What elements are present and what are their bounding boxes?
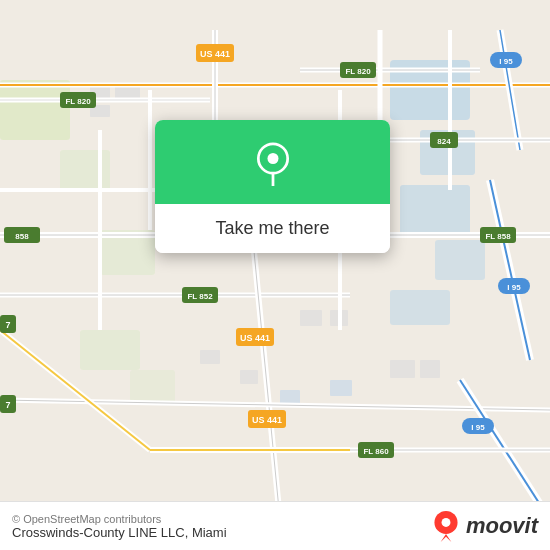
location-pin-icon (251, 142, 295, 186)
svg-point-91 (441, 518, 450, 527)
svg-rect-6 (60, 150, 110, 190)
svg-rect-15 (300, 310, 322, 326)
map-svg: US 441 FL 820 FL 820 I 95 824 FL 858 858… (0, 0, 550, 550)
map-container: US 441 FL 820 FL 820 I 95 824 FL 858 858… (0, 0, 550, 550)
svg-text:824: 824 (437, 137, 451, 146)
svg-rect-20 (280, 390, 300, 404)
svg-point-89 (267, 153, 278, 164)
svg-text:US 441: US 441 (240, 333, 270, 343)
svg-rect-13 (390, 360, 415, 378)
svg-rect-9 (130, 370, 175, 405)
svg-text:858: 858 (15, 232, 29, 241)
moovit-pin-icon (432, 510, 460, 542)
svg-rect-8 (80, 330, 140, 370)
moovit-brand-text: moovit (466, 513, 538, 539)
svg-rect-17 (200, 350, 220, 364)
svg-line-41 (490, 180, 530, 360)
svg-rect-4 (390, 290, 450, 325)
svg-text:7: 7 (5, 320, 10, 330)
bottom-left: © OpenStreetMap contributors Crosswinds-… (12, 513, 227, 540)
address-text: Crosswinds-County LINE LLC, Miami (12, 525, 227, 540)
svg-text:FL 820: FL 820 (65, 97, 91, 106)
svg-text:US 441: US 441 (200, 49, 230, 59)
svg-text:US 441: US 441 (252, 415, 282, 425)
svg-text:I 95: I 95 (471, 423, 485, 432)
svg-text:FL 820: FL 820 (345, 67, 371, 76)
popup-green-section (155, 120, 390, 204)
svg-text:FL 852: FL 852 (187, 292, 213, 301)
svg-line-49 (0, 400, 550, 410)
svg-rect-3 (435, 240, 485, 280)
take-me-there-button[interactable]: Take me there (155, 204, 390, 253)
svg-text:7: 7 (5, 400, 10, 410)
svg-line-28 (500, 30, 520, 150)
svg-rect-19 (330, 380, 352, 396)
svg-text:I 95: I 95 (499, 57, 513, 66)
popup-card: Take me there (155, 120, 390, 253)
svg-rect-5 (0, 80, 70, 140)
svg-text:I 95: I 95 (507, 283, 521, 292)
svg-rect-18 (240, 370, 258, 384)
bottom-bar: © OpenStreetMap contributors Crosswinds-… (0, 501, 550, 550)
svg-text:FL 860: FL 860 (363, 447, 389, 456)
copyright-text: © OpenStreetMap contributors (12, 513, 227, 525)
svg-text:FL 858: FL 858 (485, 232, 511, 241)
svg-line-39 (250, 210, 280, 520)
svg-rect-2 (400, 185, 470, 235)
moovit-logo: moovit (432, 510, 538, 542)
svg-rect-14 (420, 360, 440, 378)
